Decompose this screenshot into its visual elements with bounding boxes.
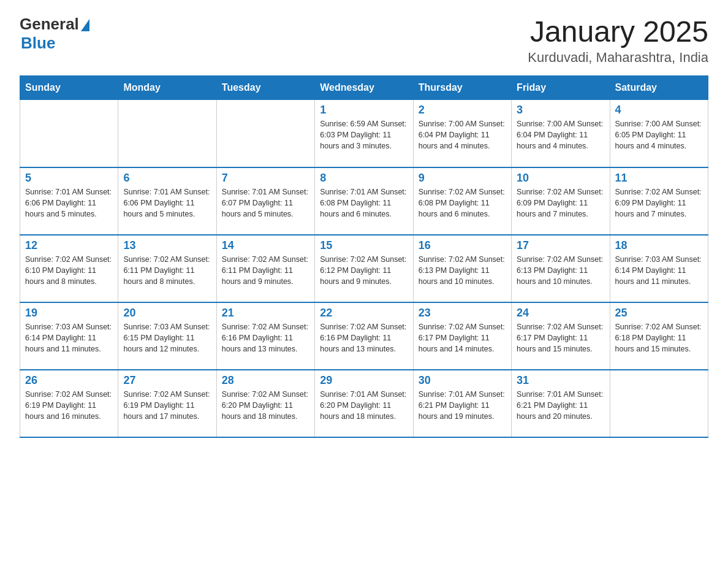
day-number: 21: [222, 307, 309, 320]
day-info: Sunrise: 7:01 AM Sunset: 6:21 PM Dayligh…: [517, 389, 604, 422]
day-number: 28: [222, 374, 309, 387]
day-of-week-friday: Friday: [512, 76, 610, 100]
calendar-cell: 12Sunrise: 7:02 AM Sunset: 6:10 PM Dayli…: [20, 235, 118, 302]
day-of-week-sunday: Sunday: [20, 76, 118, 100]
day-info: Sunrise: 7:00 AM Sunset: 6:05 PM Dayligh…: [615, 118, 703, 151]
day-info: Sunrise: 7:01 AM Sunset: 6:06 PM Dayligh…: [25, 186, 113, 220]
calendar-cell: 20Sunrise: 7:03 AM Sunset: 6:15 PM Dayli…: [118, 302, 216, 370]
week-row-5: 26Sunrise: 7:02 AM Sunset: 6:19 PM Dayli…: [20, 370, 708, 437]
day-number: 30: [419, 374, 506, 387]
calendar-cell: 25Sunrise: 7:02 AM Sunset: 6:18 PM Dayli…: [610, 302, 708, 370]
day-number: 26: [25, 374, 113, 387]
day-info: Sunrise: 7:02 AM Sunset: 6:17 PM Dayligh…: [517, 321, 604, 354]
day-info: Sunrise: 7:03 AM Sunset: 6:15 PM Dayligh…: [123, 321, 211, 354]
title-block: January 2025 Kurduvadi, Maharashtra, Ind…: [528, 15, 708, 66]
day-number: 12: [25, 239, 113, 252]
calendar-cell: 28Sunrise: 7:02 AM Sunset: 6:20 PM Dayli…: [216, 370, 314, 437]
calendar-cell: 18Sunrise: 7:03 AM Sunset: 6:14 PM Dayli…: [610, 235, 708, 302]
day-number: 2: [419, 104, 506, 117]
day-info: Sunrise: 7:02 AM Sunset: 6:13 PM Dayligh…: [517, 254, 604, 287]
logo-general-text: General: [20, 15, 79, 34]
calendar-cell: 13Sunrise: 7:02 AM Sunset: 6:11 PM Dayli…: [118, 235, 216, 302]
calendar-cell: 14Sunrise: 7:02 AM Sunset: 6:11 PM Dayli…: [216, 235, 314, 302]
day-number: 16: [419, 239, 506, 252]
day-number: 5: [25, 172, 113, 185]
day-number: 14: [222, 239, 309, 252]
calendar-cell: 10Sunrise: 7:02 AM Sunset: 6:09 PM Dayli…: [512, 167, 610, 235]
day-number: 3: [517, 104, 604, 117]
week-row-1: 1Sunrise: 6:59 AM Sunset: 6:03 PM Daylig…: [20, 100, 708, 167]
calendar-cell: 31Sunrise: 7:01 AM Sunset: 6:21 PM Dayli…: [512, 370, 610, 437]
day-of-week-monday: Monday: [118, 76, 216, 100]
day-number: 6: [123, 172, 211, 185]
day-number: 13: [123, 239, 211, 252]
calendar-cell: 29Sunrise: 7:01 AM Sunset: 6:20 PM Dayli…: [315, 370, 413, 437]
calendar-cell: 19Sunrise: 7:03 AM Sunset: 6:14 PM Dayli…: [20, 302, 118, 370]
day-of-week-tuesday: Tuesday: [216, 76, 314, 100]
logo-blue-text: Blue: [20, 34, 55, 53]
day-info: Sunrise: 7:02 AM Sunset: 6:08 PM Dayligh…: [419, 186, 506, 220]
calendar-cell: 23Sunrise: 7:02 AM Sunset: 6:17 PM Dayli…: [413, 302, 511, 370]
day-info: Sunrise: 7:02 AM Sunset: 6:11 PM Dayligh…: [222, 254, 309, 287]
day-of-week-thursday: Thursday: [413, 76, 511, 100]
day-number: 9: [419, 172, 506, 185]
day-number: 19: [25, 307, 113, 320]
calendar-cell: 4Sunrise: 7:00 AM Sunset: 6:05 PM Daylig…: [610, 100, 708, 167]
day-info: Sunrise: 7:02 AM Sunset: 6:09 PM Dayligh…: [615, 186, 703, 220]
day-info: Sunrise: 7:02 AM Sunset: 6:10 PM Dayligh…: [25, 254, 113, 287]
day-info: Sunrise: 7:01 AM Sunset: 6:07 PM Dayligh…: [222, 186, 309, 220]
logo: General Blue: [20, 15, 89, 53]
calendar-cell: 2Sunrise: 7:00 AM Sunset: 6:04 PM Daylig…: [413, 100, 511, 167]
day-number: 23: [419, 307, 506, 320]
calendar-cell: [118, 100, 216, 167]
calendar-cell: 5Sunrise: 7:01 AM Sunset: 6:06 PM Daylig…: [20, 167, 118, 235]
day-info: Sunrise: 7:02 AM Sunset: 6:16 PM Dayligh…: [320, 321, 408, 354]
day-number: 8: [320, 172, 408, 185]
calendar-cell: 21Sunrise: 7:02 AM Sunset: 6:16 PM Dayli…: [216, 302, 314, 370]
calendar-cell: 26Sunrise: 7:02 AM Sunset: 6:19 PM Dayli…: [20, 370, 118, 437]
month-title: January 2025: [528, 15, 708, 48]
day-number: 20: [123, 307, 211, 320]
day-number: 1: [320, 104, 408, 117]
day-info: Sunrise: 7:02 AM Sunset: 6:19 PM Dayligh…: [25, 389, 113, 422]
calendar-cell: 3Sunrise: 7:00 AM Sunset: 6:04 PM Daylig…: [512, 100, 610, 167]
location-title: Kurduvadi, Maharashtra, India: [528, 50, 708, 66]
logo-line1: General: [20, 15, 89, 34]
day-info: Sunrise: 7:02 AM Sunset: 6:12 PM Dayligh…: [320, 254, 408, 287]
logo-triangle-icon: [81, 19, 89, 31]
day-number: 7: [222, 172, 309, 185]
day-number: 24: [517, 307, 604, 320]
day-number: 31: [517, 374, 604, 387]
day-info: Sunrise: 7:02 AM Sunset: 6:11 PM Dayligh…: [123, 254, 211, 287]
day-number: 29: [320, 374, 408, 387]
calendar-cell: 15Sunrise: 7:02 AM Sunset: 6:12 PM Dayli…: [315, 235, 413, 302]
day-info: Sunrise: 7:01 AM Sunset: 6:20 PM Dayligh…: [320, 389, 408, 422]
day-info: Sunrise: 7:03 AM Sunset: 6:14 PM Dayligh…: [615, 254, 703, 287]
calendar-body: 1Sunrise: 6:59 AM Sunset: 6:03 PM Daylig…: [20, 100, 708, 437]
day-info: Sunrise: 7:02 AM Sunset: 6:18 PM Dayligh…: [615, 321, 703, 354]
day-info: Sunrise: 7:02 AM Sunset: 6:19 PM Dayligh…: [123, 389, 211, 422]
calendar-table: SundayMondayTuesdayWednesdayThursdayFrid…: [20, 75, 708, 438]
day-info: Sunrise: 7:00 AM Sunset: 6:04 PM Dayligh…: [419, 118, 506, 151]
day-number: 15: [320, 239, 408, 252]
day-number: 4: [615, 104, 703, 117]
calendar-cell: 27Sunrise: 7:02 AM Sunset: 6:19 PM Dayli…: [118, 370, 216, 437]
week-row-2: 5Sunrise: 7:01 AM Sunset: 6:06 PM Daylig…: [20, 167, 708, 235]
calendar-cell: 8Sunrise: 7:01 AM Sunset: 6:08 PM Daylig…: [315, 167, 413, 235]
day-number: 10: [517, 172, 604, 185]
calendar-cell: 1Sunrise: 6:59 AM Sunset: 6:03 PM Daylig…: [315, 100, 413, 167]
week-row-4: 19Sunrise: 7:03 AM Sunset: 6:14 PM Dayli…: [20, 302, 708, 370]
calendar-cell: 7Sunrise: 7:01 AM Sunset: 6:07 PM Daylig…: [216, 167, 314, 235]
calendar-cell: 17Sunrise: 7:02 AM Sunset: 6:13 PM Dayli…: [512, 235, 610, 302]
day-of-week-wednesday: Wednesday: [315, 76, 413, 100]
page-header: General Blue January 2025 Kurduvadi, Mah…: [20, 15, 708, 66]
day-info: Sunrise: 7:01 AM Sunset: 6:08 PM Dayligh…: [320, 186, 408, 220]
day-info: Sunrise: 7:02 AM Sunset: 6:17 PM Dayligh…: [419, 321, 506, 354]
day-number: 27: [123, 374, 211, 387]
day-number: 17: [517, 239, 604, 252]
day-of-week-saturday: Saturday: [610, 76, 708, 100]
days-of-week-row: SundayMondayTuesdayWednesdayThursdayFrid…: [20, 76, 708, 100]
calendar-cell: 16Sunrise: 7:02 AM Sunset: 6:13 PM Dayli…: [413, 235, 511, 302]
day-info: Sunrise: 7:02 AM Sunset: 6:16 PM Dayligh…: [222, 321, 309, 354]
day-info: Sunrise: 7:01 AM Sunset: 6:06 PM Dayligh…: [123, 186, 211, 220]
